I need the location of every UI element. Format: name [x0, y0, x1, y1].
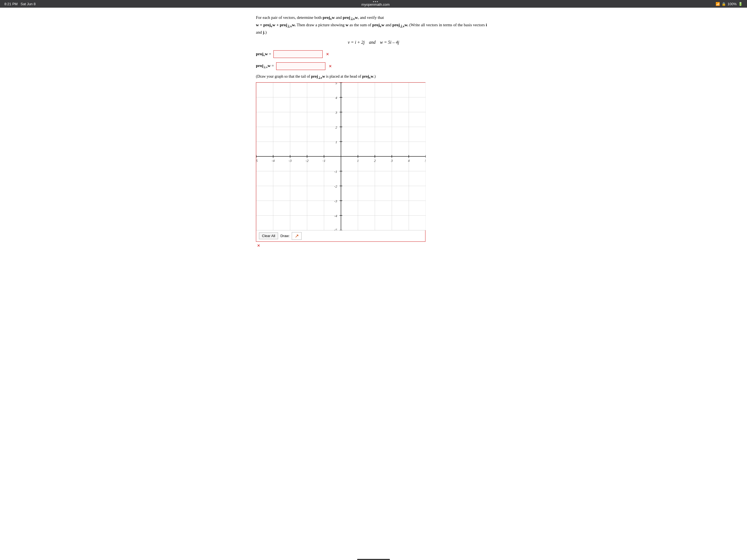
graph-close-area: ✕	[256, 244, 491, 248]
svg-text:2: 2	[335, 125, 337, 129]
proj-v-w-input[interactable]	[274, 50, 323, 58]
status-time: 8:21 PM Sat Jun 8	[4, 2, 35, 6]
svg-text:-1: -1	[323, 159, 326, 163]
proj-perp-v-w-input[interactable]	[276, 62, 325, 70]
svg-text:-3: -3	[334, 199, 337, 203]
svg-text:3: 3	[391, 159, 393, 163]
svg-text:-4: -4	[272, 159, 275, 163]
svg-text:-4: -4	[334, 214, 337, 218]
battery-level: 100%	[728, 2, 737, 6]
svg-text:-1: -1	[334, 170, 337, 174]
svg-text:3: 3	[335, 110, 337, 114]
svg-text:-2: -2	[306, 159, 309, 163]
svg-text:1: 1	[357, 159, 359, 163]
status-center: myopenmath.com	[361, 1, 390, 6]
svg-text:2: 2	[374, 159, 376, 163]
field1-clear-button[interactable]: ✕	[325, 52, 330, 56]
battery-icon: 🔒	[722, 2, 726, 6]
svg-text:5: 5	[425, 159, 426, 163]
graph-toolbar: Clear All Draw: ↗	[256, 230, 425, 241]
site-url: myopenmath.com	[361, 2, 390, 6]
svg-text:-5: -5	[256, 159, 258, 163]
svg-text:-2: -2	[334, 184, 337, 188]
graph-container: .grid-line { stroke: #ccc; stroke-width:…	[256, 82, 426, 242]
field2-label: proj⊥vw =	[256, 63, 274, 69]
main-content: For each pair of vectors, determine both…	[251, 8, 496, 259]
wifi-icon: 📶	[716, 2, 720, 6]
svg-text:5: 5	[335, 82, 337, 85]
field-row-2: proj⊥vw = ✕	[256, 62, 491, 70]
svg-text:-5: -5	[334, 228, 337, 230]
graph-area[interactable]: .grid-line { stroke: #ccc; stroke-width:…	[256, 82, 426, 230]
draw-arrow-icon: ↗	[295, 233, 299, 239]
field-row-1: projvw = ✕	[256, 50, 491, 58]
draw-icon-button[interactable]: ↗	[292, 232, 302, 240]
svg-text:1: 1	[335, 140, 337, 144]
svg-text:-3: -3	[289, 159, 292, 163]
clear-all-button[interactable]: Clear All	[259, 232, 278, 239]
field1-label: projvw =	[256, 52, 271, 57]
problem-statement: For each pair of vectors, determine both…	[256, 14, 491, 35]
graph-instruction: (Draw your graph so that the tail of pro…	[256, 74, 491, 80]
svg-text:4: 4	[335, 96, 337, 100]
dots	[373, 1, 378, 2]
battery-bar-icon: 🔋	[738, 2, 743, 6]
status-right: 📶 🔒 100% 🔋	[716, 2, 743, 6]
graph-close-button[interactable]: ✕	[257, 244, 260, 248]
draw-label: Draw:	[280, 234, 289, 238]
svg-text:4: 4	[408, 159, 410, 163]
status-bar: 8:21 PM Sat Jun 8 myopenmath.com 📶 🔒 100…	[0, 0, 747, 8]
graph-svg: .grid-line { stroke: #ccc; stroke-width:…	[256, 82, 426, 230]
equation-display: v = i + 2j and w = 5i – 4j	[256, 40, 491, 45]
field2-clear-button[interactable]: ✕	[328, 64, 333, 68]
